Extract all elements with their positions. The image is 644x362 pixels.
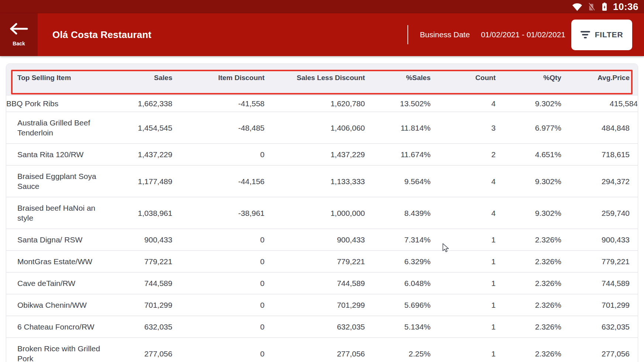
cell-pct-qty: 2.326% <box>496 316 561 338</box>
cell-pct-qty: 6.977% <box>496 112 561 144</box>
cell-pct-qty: 2.326% <box>496 229 561 251</box>
cell-top-selling-item: Santa Digna/ RSW <box>6 229 106 251</box>
back-label: Back <box>13 41 25 46</box>
filter-button-label: FILTER <box>595 30 623 39</box>
cell-avg-price: 415,584 <box>561 95 638 112</box>
cell-count: 1 <box>431 316 496 338</box>
column-header-count[interactable]: Count <box>431 64 496 95</box>
cell-sales-less-discount: 1,437,229 <box>265 144 365 165</box>
cell-avg-price: 718,615 <box>561 144 638 165</box>
cell-avg-price: 277,056 <box>561 338 638 362</box>
report-table-card: Top Selling ItemSalesItem DiscountSales … <box>6 63 638 362</box>
cell-avg-price: 779,221 <box>561 251 638 272</box>
cell-top-selling-item: Obikwa Chenin/WW <box>6 294 106 316</box>
status-time: 10:36 <box>613 1 638 13</box>
cell-pct-sales: 11.674% <box>365 144 431 165</box>
cell-pct-qty: 2.326% <box>496 338 561 362</box>
cell-pct-sales: 13.502% <box>365 95 431 112</box>
cell-item-discount: 0 <box>172 294 265 316</box>
cell-sales-less-discount: 779,221 <box>265 251 365 272</box>
cell-sales: 277,056 <box>106 338 172 362</box>
cell-pct-qty: 9.302% <box>496 197 561 229</box>
status-bar: 10:36 <box>0 0 644 13</box>
column-header-pct-sales[interactable]: %Sales <box>365 64 431 95</box>
cell-item-discount: -38,961 <box>172 197 265 229</box>
cell-sales: 744,589 <box>106 272 172 294</box>
content-area: Top Selling ItemSalesItem DiscountSales … <box>0 56 644 362</box>
table-row[interactable]: Broken Rice with Grilled Pork277,0560277… <box>6 338 638 362</box>
cell-pct-qty: 2.326% <box>496 251 561 272</box>
business-date-value[interactable]: 01/02/2021 - 01/02/2021 <box>481 30 565 39</box>
column-header-sales[interactable]: Sales <box>106 64 172 95</box>
cell-sales-less-discount: 1,406,060 <box>265 112 365 144</box>
cell-pct-sales: 7.314% <box>365 229 431 251</box>
no-sim-icon <box>586 2 596 11</box>
cell-pct-sales: 5.696% <box>365 294 431 316</box>
cell-item-discount: 0 <box>172 229 265 251</box>
cell-sales: 900,433 <box>106 229 172 251</box>
table-row[interactable]: 6 Chateau Foncro/RW632,0350632,0355.134%… <box>6 316 638 338</box>
cell-pct-sales: 2.25% <box>365 338 431 362</box>
cell-item-discount: -48,485 <box>172 112 265 144</box>
cell-sales: 1,038,961 <box>106 197 172 229</box>
table-row[interactable]: Cave deTain/RW744,5890744,5896.048%12.32… <box>6 272 638 294</box>
table-row[interactable]: Obikwa Chenin/WW701,2990701,2995.696%12.… <box>6 294 638 316</box>
app-bar: Back Olá Costa Restaurant Business Date … <box>0 13 644 56</box>
cell-sales: 779,221 <box>106 251 172 272</box>
table-row[interactable]: Santa Digna/ RSW900,4330900,4337.314%12.… <box>6 229 638 251</box>
cell-count: 1 <box>431 338 496 362</box>
battery-charging-icon <box>600 2 609 11</box>
cell-count: 1 <box>431 251 496 272</box>
cell-top-selling-item: BBQ Pork Ribs <box>6 95 106 112</box>
cell-pct-qty: 9.302% <box>496 165 561 197</box>
cell-top-selling-item: Australia Grilled Beef Tenderloin <box>6 112 106 144</box>
table-row[interactable]: MontGras Estate/WW779,2210779,2216.329%1… <box>6 251 638 272</box>
cell-top-selling-item: Braised beef HaNoi an style <box>6 197 106 229</box>
column-header-sales-less-discount[interactable]: Sales Less Discount <box>265 64 365 95</box>
cell-top-selling-item: 6 Chateau Foncro/RW <box>6 316 106 338</box>
cell-pct-sales: 9.564% <box>365 165 431 197</box>
filter-button[interactable]: FILTER <box>571 20 632 50</box>
business-date-label: Business Date <box>420 30 470 39</box>
table-row[interactable]: Australia Grilled Beef Tenderloin1,454,5… <box>6 112 638 144</box>
cell-top-selling-item: Broken Rice with Grilled Pork <box>6 338 106 362</box>
table-row[interactable]: Santa Rita 120/RW1,437,22901,437,22911.6… <box>6 144 638 165</box>
cell-item-discount: 0 <box>172 251 265 272</box>
cell-avg-price: 632,035 <box>561 316 638 338</box>
cell-count: 1 <box>431 229 496 251</box>
cell-item-discount: 0 <box>172 272 265 294</box>
back-button[interactable]: Back <box>0 13 38 56</box>
column-header-top-selling-item[interactable]: Top Selling Item <box>6 64 106 95</box>
cell-top-selling-item: Santa Rita 120/RW <box>6 144 106 165</box>
table-row[interactable]: Braised beef HaNoi an style1,038,961-38,… <box>6 197 638 229</box>
page-title: Olá Costa Restaurant <box>52 29 151 41</box>
cell-avg-price: 259,740 <box>561 197 638 229</box>
cell-avg-price: 484,848 <box>561 112 638 144</box>
table-row[interactable]: Braised Eggplant Soya Sauce1,177,489-44,… <box>6 165 638 197</box>
cell-sales-less-discount: 277,056 <box>265 338 365 362</box>
cell-sales-less-discount: 1,133,333 <box>265 165 365 197</box>
column-header-item-discount[interactable]: Item Discount <box>172 64 265 95</box>
table-row[interactable]: BBQ Pork Ribs1,662,338-41,5581,620,78013… <box>6 95 638 112</box>
cell-pct-sales: 8.439% <box>365 197 431 229</box>
cell-count: 4 <box>431 95 496 112</box>
cell-sales-less-discount: 701,299 <box>265 294 365 316</box>
cell-top-selling-item: MontGras Estate/WW <box>6 251 106 272</box>
cell-item-discount: 0 <box>172 316 265 338</box>
cell-item-discount: 0 <box>172 144 265 165</box>
cell-sales: 1,662,338 <box>106 95 172 112</box>
cell-sales-less-discount: 1,000,000 <box>265 197 365 229</box>
cell-sales: 1,177,489 <box>106 165 172 197</box>
cell-pct-sales: 11.814% <box>365 112 431 144</box>
cell-pct-sales: 6.329% <box>365 251 431 272</box>
cell-avg-price: 900,433 <box>561 229 638 251</box>
cell-sales-less-discount: 1,620,780 <box>265 95 365 112</box>
column-header-pct-qty[interactable]: %Qty <box>496 64 561 95</box>
cell-item-discount: -41,558 <box>172 95 265 112</box>
cell-avg-price: 294,372 <box>561 165 638 197</box>
cell-count: 1 <box>431 294 496 316</box>
cell-sales: 701,299 <box>106 294 172 316</box>
cell-pct-qty: 9.302% <box>496 95 561 112</box>
column-header-avg-price[interactable]: Avg.Price <box>561 64 638 95</box>
cell-avg-price: 744,589 <box>561 272 638 294</box>
